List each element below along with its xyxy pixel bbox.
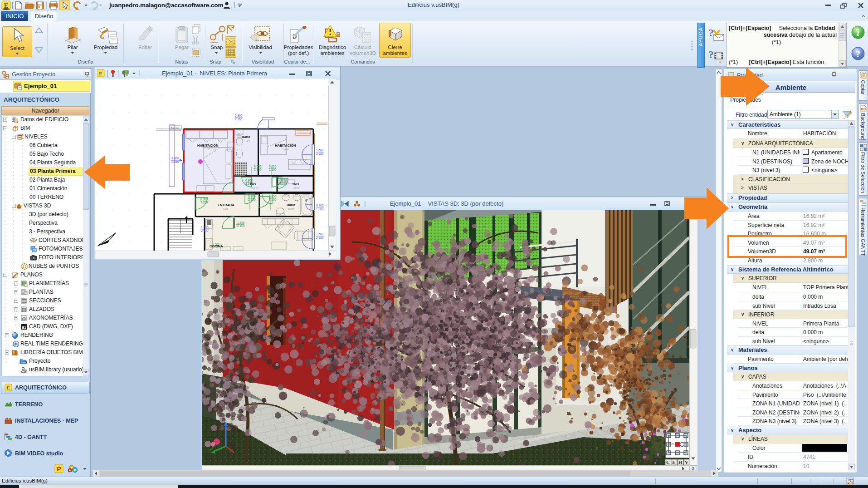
svg-text:1.000: 1.000 <box>316 207 324 211</box>
svg-text:?: ? <box>856 49 860 59</box>
svg-text:2.100: 2.100 <box>269 168 277 171</box>
svg-text:0.800: 0.800 <box>269 195 277 198</box>
svg-text:13,4 m²: 13,4 m² <box>281 148 289 151</box>
svg-text:0.600: 0.600 <box>254 165 262 168</box>
svg-text:ENTRADA: ENTRADA <box>218 203 234 207</box>
svg-text:Apartamento: Apartamento <box>297 132 312 134</box>
svg-text:2.500: 2.500 <box>201 229 209 232</box>
svg-text:7,1 m²: 7,1 m² <box>223 207 229 210</box>
svg-text:2.550: 2.550 <box>316 152 324 155</box>
svg-text:V: V <box>685 459 688 465</box>
svg-text:1.500: 1.500 <box>316 232 324 236</box>
svg-text:2.100: 2.100 <box>269 198 277 201</box>
svg-text:0.600: 0.600 <box>269 165 277 168</box>
svg-text:17,6 m²: 17,6 m² <box>208 148 215 151</box>
svg-text:2.550: 2.550 <box>316 236 324 239</box>
svg-text:2.200: 2.200 <box>200 201 208 204</box>
svg-text:P: P <box>57 465 61 473</box>
svg-text:2.100: 2.100 <box>237 224 245 227</box>
svg-text:BG: BG <box>861 107 867 111</box>
svg-text:HABITACIÓN: HABITACIÓN <box>197 143 219 148</box>
svg-text:?: ? <box>708 49 714 60</box>
svg-text:Tras.: Tras. <box>292 182 300 186</box>
svg-text:Baño: Baño <box>242 135 250 139</box>
svg-text:3D: 3D <box>17 206 21 210</box>
svg-text:H: H <box>678 459 683 465</box>
svg-text:COCINA: COCINA <box>210 244 223 248</box>
svg-text:Baño: Baño <box>287 203 295 207</box>
svg-text:E: E <box>672 459 675 465</box>
svg-text:1,9 m²: 1,9 m² <box>252 187 259 189</box>
svg-text:0.700: 0.700 <box>316 204 324 207</box>
svg-text:2.100: 2.100 <box>248 198 256 201</box>
svg-text:2.550: 2.550 <box>171 160 179 163</box>
svg-text:E1: E1 <box>22 325 26 330</box>
svg-text:2.100: 2.100 <box>254 168 262 171</box>
svg-text:Pas.: Pas. <box>250 182 257 186</box>
svg-text:4,6 m²: 4,6 m² <box>245 139 252 142</box>
svg-text:E: E <box>99 71 102 76</box>
svg-text:0.900: 0.900 <box>200 197 208 201</box>
svg-text:2.150: 2.150 <box>235 118 243 121</box>
svg-text:5,9 m²: 5,9 m² <box>288 207 295 210</box>
svg-text:0.800: 0.800 <box>248 195 256 198</box>
svg-text:3,6 m²: 3,6 m² <box>293 187 300 189</box>
svg-text:E: E <box>7 385 10 390</box>
svg-text:HABITACIÓN: HABITACIÓN <box>275 143 296 148</box>
svg-text:0.800: 0.800 <box>235 114 243 117</box>
svg-text:1.200: 1.200 <box>237 221 245 224</box>
svg-text:C: C <box>666 459 670 465</box>
svg-text:3.600: 3.600 <box>171 157 179 160</box>
svg-text:i: i <box>857 28 859 38</box>
svg-text:1.500: 1.500 <box>316 148 324 152</box>
svg-text:?: ? <box>708 27 714 39</box>
